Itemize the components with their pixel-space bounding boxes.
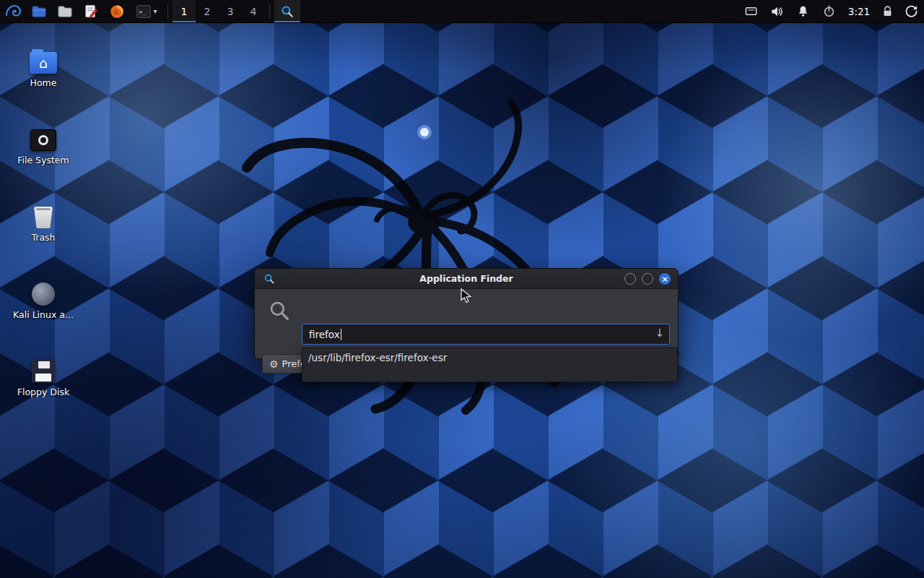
minimize-button[interactable] <box>624 273 636 285</box>
finder-body: firefox ↓ ⚙ Preferences /usr/lib/firefox… <box>255 289 678 359</box>
app-finder-icon <box>280 4 295 19</box>
lock-screen-button[interactable] <box>876 0 898 22</box>
desktop-icon-file-system[interactable]: File System <box>9 119 78 165</box>
terminal-icon: >_ <box>136 4 152 20</box>
window-titlebar[interactable]: Application Finder × <box>255 269 678 289</box>
launcher-text-editor[interactable] <box>78 0 104 22</box>
completion-item[interactable]: /usr/lib/firefox-esr/firefox-esr <box>302 348 677 367</box>
window-controls: × <box>624 273 671 285</box>
gear-icon: ⚙ <box>269 358 279 370</box>
speaker-icon <box>770 4 784 19</box>
desktop-icon-home[interactable]: ⌂ Home <box>9 42 78 88</box>
launcher-file-manager[interactable] <box>26 0 52 22</box>
panel-separator <box>167 4 168 19</box>
kali-badge-icon <box>32 282 55 306</box>
close-button[interactable]: × <box>659 273 671 285</box>
maximize-button[interactable] <box>642 273 653 285</box>
firefox-icon <box>109 4 125 20</box>
drive-icon <box>30 129 56 151</box>
desktop-icon-label: Home <box>9 77 78 88</box>
applications-menu-button[interactable] <box>0 0 26 22</box>
home-folder-icon: ⌂ <box>30 52 57 74</box>
logout-button[interactable] <box>898 0 924 22</box>
desktop-icon-trash[interactable]: Trash <box>9 197 78 243</box>
close-icon: × <box>661 275 668 283</box>
folder-gray-icon <box>57 4 73 20</box>
session-logout-icon <box>905 4 918 18</box>
desktop-icon-floppy[interactable]: Floppy Disk <box>9 351 78 397</box>
panel-separator <box>269 4 270 19</box>
desktop-icon-label: File System <box>9 155 78 165</box>
panel-right-group: 3:21 <box>738 0 924 22</box>
padlock-icon <box>881 5 894 17</box>
launcher-firefox[interactable] <box>104 0 130 22</box>
volume-tray-button[interactable] <box>764 0 790 22</box>
search-input[interactable]: firefox ↓ <box>302 324 670 345</box>
power-manager-tray-button[interactable] <box>816 0 842 22</box>
kali-logo-icon <box>4 3 22 20</box>
house-glyph: ⌂ <box>39 56 48 70</box>
display-icon <box>744 4 758 18</box>
floppy-disk-icon <box>32 360 55 383</box>
folder-icon <box>31 4 47 20</box>
application-finder-window: Application Finder × firefox ↓ ⚙ Prefere… <box>254 268 679 359</box>
dropdown-arrow-icon[interactable]: ↓ <box>655 327 664 340</box>
desktop-icon-kali-docs[interactable]: Kali Linux a... <box>9 274 78 320</box>
panel-clock[interactable]: 3:21 <box>842 6 876 17</box>
bell-icon <box>796 4 810 18</box>
terminal-dropdown-chevron-icon[interactable]: ▾ <box>153 7 157 15</box>
desktop-icon-label: Floppy Disk <box>9 387 78 397</box>
window-title: Application Finder <box>419 269 513 289</box>
text-caret <box>341 329 342 340</box>
workspace-button-1[interactable]: 1 <box>173 0 196 22</box>
search-input-value: firefox <box>309 329 340 340</box>
top-panel: >_ ▾ 1 2 3 4 <box>0 0 924 23</box>
power-manager-icon <box>822 4 836 18</box>
trash-icon <box>34 207 53 228</box>
search-icon <box>268 299 291 325</box>
window-app-icon <box>263 273 275 288</box>
terminal-prompt-glyph: >_ <box>139 8 147 14</box>
app-finder-taskbar-button[interactable] <box>274 0 300 22</box>
workspace-button-4[interactable]: 4 <box>242 0 265 22</box>
workspace-button-2[interactable]: 2 <box>196 0 219 22</box>
launcher-terminal[interactable]: >_ ▾ <box>130 0 163 22</box>
text-editor-icon <box>83 4 99 20</box>
completion-popup: /usr/lib/firefox-esr/firefox-esr <box>302 348 678 382</box>
launcher-files-archive[interactable] <box>52 0 78 22</box>
display-tray-button[interactable] <box>738 0 764 22</box>
panel-left-group: >_ ▾ 1 2 3 4 <box>0 0 300 22</box>
desktop-icon-label: Kali Linux a... <box>9 309 78 320</box>
workspace-button-3[interactable]: 3 <box>219 0 242 22</box>
notifications-tray-button[interactable] <box>790 0 816 22</box>
desktop-icon-label: Trash <box>9 232 78 243</box>
